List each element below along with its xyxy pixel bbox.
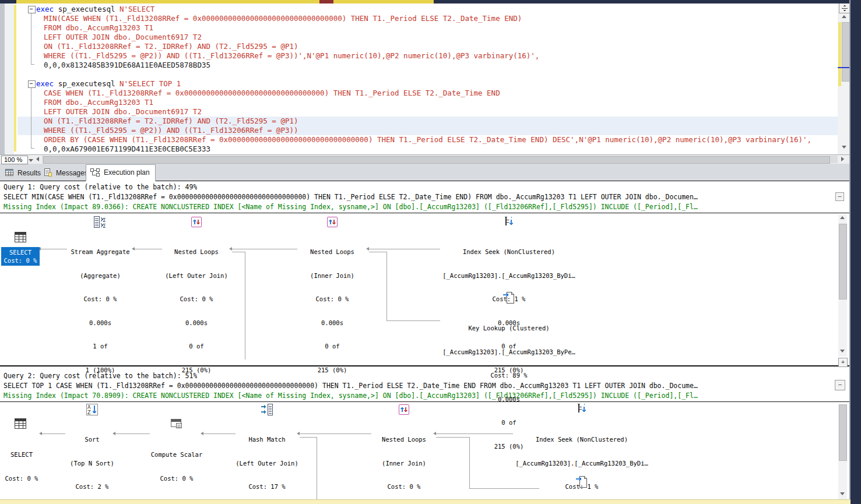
sql-editor[interactable]: exec sp_executesql N'SELECT MIN(CASE WHE… [0, 3, 838, 154]
code-line: ON (T1._Fld13208RRef = T2._IDRRef) AND (… [44, 42, 298, 51]
node-rows-of: 0 of [256, 343, 408, 351]
node-subtitle: (Inner Join) [328, 460, 480, 468]
sql-keyword: exec [36, 79, 54, 88]
tab-label: Results [17, 169, 41, 177]
plan1-vscroll-thumb[interactable] [839, 224, 847, 299]
node-rows: 215 (0%) [121, 366, 272, 375]
hscroll-right-icon[interactable] [841, 157, 844, 161]
zoom-select[interactable]: 100 % [1, 156, 28, 164]
node-subtitle: (Left Outer Join) [191, 460, 343, 468]
top-tab-highlight [16, 0, 319, 3]
node-cost: Cost: 0 % [121, 295, 272, 304]
svg-text:Σ: Σ [103, 223, 106, 229]
plan2-vscroll-thumb[interactable] [839, 404, 847, 461]
node-cost: Cost: 17 % [191, 483, 343, 491]
scroll-down-icon[interactable] [840, 492, 845, 495]
collapse-statement-icon[interactable]: – [835, 380, 845, 390]
code-line: CASE WHEN (T1._Fld13208RRef = 0x00000000… [44, 89, 500, 98]
node-cost: Cost: 1 % [433, 295, 585, 304]
svg-text:Σ: Σ [103, 217, 106, 223]
sql-proc-name: sp_executesql [54, 5, 120, 13]
node-subtitle: [_AccumRg13203].[_AccumRg13203_ByPe… [433, 348, 585, 357]
sql-keyword: exec [36, 5, 54, 13]
node-cost: Cost: 1 % [506, 483, 658, 491]
fold-tick [31, 148, 34, 149]
code-line: LEFT OUTER JOIN dbo._Document6917 T2 [44, 33, 202, 42]
code-line: MIN(CASE WHEN (T1._Fld13208RRef = 0x0000… [44, 14, 522, 23]
code-line: ORDER BY (CASE WHEN (T1._Fld13208RRef = … [44, 135, 811, 144]
scroll-down-icon[interactable] [840, 350, 845, 353]
code-line: WHERE ((T1._Fld5295 = @P2)) AND ((T1._Fl… [44, 126, 298, 135]
svg-text:A: A [87, 405, 91, 410]
svg-text:Z: Z [87, 410, 91, 415]
node-title: Nested Loops [121, 248, 272, 256]
scrollbar-caret-marker [838, 67, 851, 68]
fold-tick [31, 64, 34, 65]
node-title: Nested Loops [328, 436, 480, 444]
tab-results[interactable]: Results [2, 166, 41, 180]
plan-node-nested-loops-inner[interactable]: Nested Loops (Inner Join) Cost: 0 % 0.00… [256, 232, 408, 390]
chevron-down-icon [29, 159, 33, 162]
tab-execution-plan[interactable]: Execution plan [86, 164, 156, 181]
code-line: WHERE ((T1._Fld5295 = @P2)) AND ((T1._Fl… [44, 51, 539, 61]
node-time: 0.000s [256, 319, 408, 327]
top-tab-red-mark [319, 0, 333, 3]
node-title: Nested Loops [256, 248, 408, 256]
code-line: exec sp_executesql N'SELECT TOP 1 [36, 79, 181, 89]
node-subtitle: (Inner Join) [256, 272, 408, 280]
code-line: exec sp_executesql N'SELECT [36, 5, 154, 14]
results-grid-icon [5, 168, 14, 177]
hscroll-left-icon[interactable] [36, 157, 39, 161]
query1-header: Query 1: Query cost (relative to the bat… [3, 183, 197, 191]
node-title: Hash Match [191, 436, 343, 444]
sql-proc-name: sp_executesql [54, 79, 120, 88]
node-rows: 215 (0%) [256, 366, 408, 375]
code-line: 0,0,0x8132485B391DE68A11E0AEED5878BD35 [44, 61, 210, 70]
editor-gutter [5, 3, 14, 154]
query1-missing-index[interactable]: Missing Index (Impact 89.0366): CREATE N… [3, 203, 698, 211]
editor-hscroll-thumb[interactable] [43, 156, 830, 164]
tab-label: Execution plan [104, 168, 150, 177]
code-line: LEFT OUTER JOIN dbo._Document6917 T2 [44, 107, 202, 117]
node-subtitle: [_AccumRg13203].[_AccumRg13203_ByDi… [433, 272, 585, 280]
node-title: Index Seek (NonClustered) [433, 248, 585, 256]
right-window-strip [851, 0, 861, 504]
scroll-up-icon[interactable] [840, 216, 845, 219]
plan-node-nested-loops-outer[interactable]: Nested Loops (Left Outer Join) Cost: 0 %… [121, 232, 272, 390]
code-line: ON (T1._Fld13208RRef = T2._IDRRef) AND (… [44, 117, 298, 126]
scroll-down-icon[interactable] [842, 146, 846, 149]
code-line: FROM dbo._AccumRg13203 T1 [44, 98, 153, 107]
fold-line [31, 87, 31, 148]
node-cost: Cost: 89 % [433, 372, 585, 380]
node-time: 0.000s [433, 396, 585, 404]
scrollbar-change-marks [838, 22, 841, 86]
query1-statement: SELECT MIN(CASE WHEN (T1._Fld13208RRef =… [3, 193, 698, 201]
tab-messages[interactable]: Messages [41, 166, 85, 180]
change-tracking-bar [14, 5, 16, 151]
sql-string: N'SELECT [120, 5, 154, 13]
node-time: 0.000s [121, 319, 272, 327]
plan-node-index-seek[interactable]: Index Seek (NonClustered) [_AccumRg13203… [506, 420, 658, 504]
plan1-zoom-plus-icon[interactable]: + [838, 358, 848, 367]
plan-node-nested-loops-inner[interactable]: Nested Loops (Inner Join) Cost: 0 % 0.00… [328, 420, 480, 504]
zoom-select-dropdown[interactable] [27, 156, 34, 164]
collapse-region-icon[interactable] [28, 6, 36, 13]
query2-missing-index[interactable]: Missing Index (Impact 70.8909): CREATE N… [3, 392, 698, 400]
messages-icon [43, 168, 52, 177]
tab-label: Messages [56, 169, 88, 177]
ssms-window: exec sp_executesql N'SELECT MIN(CASE WHE… [0, 0, 861, 504]
editor-indicator-margin [0, 3, 5, 154]
node-subtitle: [_AccumRg13203].[_AccumRg13203_ByDi… [506, 460, 658, 468]
bottom-clipped-strip [0, 499, 851, 504]
node-title: Index Seek (NonClustered) [506, 436, 658, 444]
collapse-statement-icon[interactable]: – [835, 192, 844, 201]
node-title: Key Lookup (Clustered) [433, 325, 585, 333]
splitter-handle-icon[interactable] [839, 3, 851, 13]
fold-line [31, 12, 31, 64]
node-subtitle: (Left Outer Join) [121, 272, 272, 280]
execution-plan-icon [90, 168, 100, 177]
collapse-region-icon[interactable] [28, 80, 36, 88]
scroll-up-icon[interactable] [842, 15, 846, 18]
plan-node-hash-match[interactable]: Hash Match (Left Outer Join) Cost: 17 % … [191, 420, 343, 504]
sql-string: N'SELECT TOP 1 [120, 79, 181, 88]
